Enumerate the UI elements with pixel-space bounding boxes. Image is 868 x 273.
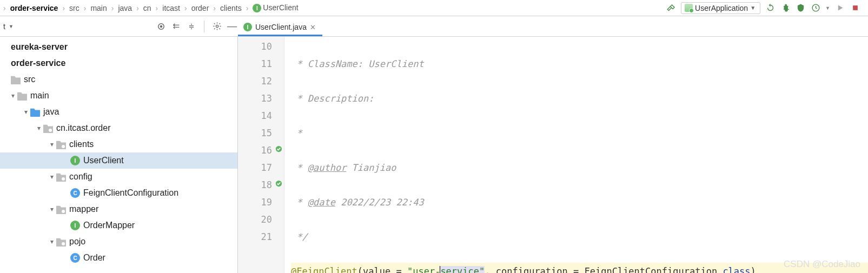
- chevron-right-icon: ›: [246, 4, 249, 12]
- chevron-right-icon: ›: [62, 4, 65, 12]
- breadcrumb-item[interactable]: IUserClient: [250, 2, 300, 14]
- separator: [204, 21, 204, 32]
- expand-all-button[interactable]: [170, 21, 182, 32]
- breadcrumb-item[interactable]: order: [189, 3, 211, 14]
- tree-module[interactable]: ▾order-service: [0, 55, 237, 71]
- breadcrumb-item[interactable]: src: [67, 3, 82, 14]
- chevron-down-icon[interactable]: ▾: [48, 205, 56, 213]
- tree-folder[interactable]: ▾src: [0, 71, 237, 88]
- tree-module[interactable]: ▾eureka-server: [0, 39, 237, 55]
- tab-userclient[interactable]: I UserClient.java ✕: [238, 19, 322, 36]
- package-icon: [56, 139, 66, 149]
- build-button[interactable]: [666, 3, 677, 14]
- chevron-down-icon[interactable]: ▾: [22, 108, 30, 116]
- tree-file-userclient[interactable]: IUserClient: [0, 152, 237, 169]
- class-icon: C: [70, 188, 80, 198]
- secondary-toolbar: t ▼ — I UserClient.java ✕: [0, 16, 868, 37]
- chevron-down-icon: ▼: [750, 5, 756, 11]
- line-number: 20: [238, 211, 272, 228]
- chevron-down-icon[interactable]: ▼: [825, 5, 830, 11]
- breadcrumb-item[interactable]: java: [116, 3, 134, 14]
- line-number: 10: [238, 38, 272, 55]
- line-number: 17: [238, 159, 272, 176]
- breadcrumb-item[interactable]: order-service: [8, 3, 61, 14]
- chevron-right-icon: ›: [136, 4, 139, 12]
- tree-package[interactable]: ▾pojo: [0, 234, 237, 250]
- folder-icon: [17, 91, 27, 101]
- chevron-down-icon[interactable]: ▾: [48, 173, 56, 181]
- line-number: 15: [238, 124, 272, 142]
- stop-button[interactable]: [850, 3, 860, 14]
- chevron-right-icon: ›: [84, 4, 87, 12]
- breadcrumb-item[interactable]: itcast: [160, 3, 182, 14]
- tree-package[interactable]: ▾mapper: [0, 201, 237, 217]
- breadcrumb-item[interactable]: main: [88, 3, 109, 14]
- interface-icon: I: [243, 23, 252, 31]
- svg-rect-1: [853, 5, 858, 10]
- svg-point-4: [216, 25, 218, 27]
- run-toolbar: UserApplication ▼ ▼: [666, 2, 866, 14]
- line-number: 16: [238, 142, 272, 159]
- line-number: 19: [238, 194, 272, 211]
- run-coverage-button[interactable]: [795, 3, 806, 14]
- collapse-all-button[interactable]: [185, 21, 197, 32]
- code-area[interactable]: * ClassName: UserClient * Description: *…: [284, 37, 868, 273]
- package-icon: [56, 172, 66, 182]
- select-opened-file-button[interactable]: [155, 21, 167, 32]
- close-icon[interactable]: ✕: [310, 23, 316, 31]
- package-icon: [56, 204, 66, 214]
- line-number: 14: [238, 107, 272, 124]
- package-icon: [43, 123, 53, 133]
- chevron-down-icon[interactable]: ▾: [48, 141, 56, 148]
- line-number: 11: [238, 55, 272, 72]
- interface-icon: I: [253, 4, 261, 12]
- svg-point-3: [161, 25, 162, 27]
- chevron-down-icon[interactable]: ▼: [9, 24, 14, 29]
- gutter[interactable]: 10 11 12 13 14 15 16 17 18 19 20 21: [238, 37, 284, 273]
- toolbar-label: t: [3, 22, 5, 31]
- chevron-right-icon: ›: [3, 4, 6, 12]
- hide-button[interactable]: —: [226, 21, 238, 32]
- project-toolbar: t ▼ —: [0, 21, 238, 32]
- rerun-button[interactable]: [765, 3, 776, 14]
- breadcrumb: › order-service › src › main › java › cn…: [2, 2, 666, 14]
- chevron-down-icon[interactable]: ▾: [9, 92, 17, 99]
- package-icon: [56, 237, 66, 247]
- gear-icon[interactable]: [211, 21, 223, 32]
- line-number: 13: [238, 90, 272, 107]
- code-editor[interactable]: 10 11 12 13 14 15 16 17 18 19 20 21 * Cl…: [238, 37, 868, 273]
- editor-tabs: I UserClient.java ✕: [238, 16, 322, 36]
- tree-folder[interactable]: ▾main: [0, 88, 237, 104]
- tree-package[interactable]: ▾cn.itcast.order: [0, 120, 237, 136]
- implements-gutter-icon[interactable]: [275, 179, 283, 188]
- tree-folder[interactable]: ▾java: [0, 104, 237, 120]
- tree-package[interactable]: ▾config: [0, 169, 237, 185]
- profile-button[interactable]: [810, 3, 821, 14]
- debug-button[interactable]: [780, 3, 791, 14]
- implements-gutter-icon[interactable]: [275, 145, 283, 153]
- tree-file-order[interactable]: COrder: [0, 250, 237, 266]
- breadcrumb-item[interactable]: cn: [141, 3, 154, 14]
- class-icon: C: [70, 253, 80, 263]
- line-number: 12: [238, 72, 272, 90]
- chevron-right-icon: ›: [213, 4, 216, 12]
- run-button[interactable]: [834, 3, 845, 14]
- run-config-name: UserApplication: [695, 4, 748, 12]
- chevron-down-icon[interactable]: ▾: [35, 124, 43, 132]
- tree-package[interactable]: ▾clients: [0, 136, 237, 152]
- tree-file-ordermapper[interactable]: IOrderMapper: [0, 217, 237, 234]
- tree-file-feignconfig[interactable]: CFeignClientConfiguration: [0, 185, 237, 201]
- interface-icon: I: [70, 156, 80, 165]
- chevron-right-icon: ›: [156, 4, 158, 12]
- spring-boot-icon: [685, 4, 693, 12]
- chevron-right-icon: ›: [184, 4, 187, 12]
- line-number: 21: [238, 228, 272, 245]
- project-tree[interactable]: ▾eureka-server ▾order-service ▾src ▾main…: [0, 37, 238, 273]
- chevron-right-icon: ›: [111, 4, 114, 12]
- run-configuration-selector[interactable]: UserApplication ▼: [681, 2, 760, 14]
- top-toolbar: › order-service › src › main › java › cn…: [0, 0, 868, 16]
- breadcrumb-item[interactable]: clients: [218, 3, 244, 14]
- main-area: ▾eureka-server ▾order-service ▾src ▾main…: [0, 37, 868, 273]
- chevron-down-icon[interactable]: ▾: [48, 238, 56, 245]
- line-number: 18: [238, 176, 272, 194]
